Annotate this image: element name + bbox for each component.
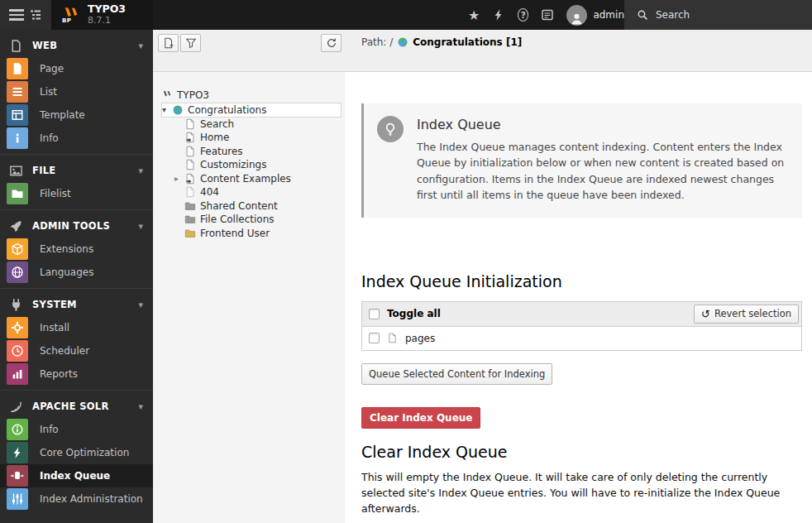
section-header-web[interactable]: WEB — [0, 34, 153, 57]
sidebar-item-label: Extensions — [40, 243, 93, 255]
topbar-search[interactable]: Search — [624, 0, 812, 30]
collapse-caret-icon[interactable] — [162, 105, 172, 114]
sidebar-item-install[interactable]: Install — [0, 316, 153, 339]
clear-cache-icon[interactable] — [492, 7, 505, 22]
sidebar-item-label: List — [40, 86, 57, 98]
tree-item-congratulations[interactable]: Congratulations — [161, 103, 342, 118]
avatar — [566, 5, 587, 26]
search-placeholder: Search — [656, 9, 690, 21]
web-section-icon — [9, 39, 23, 53]
navigation-toggle-icon[interactable] — [28, 7, 43, 22]
sidebar-item-label: Info — [40, 132, 59, 144]
filter-button[interactable] — [180, 34, 201, 52]
tree-item-shared-content[interactable]: Shared Content — [161, 199, 343, 214]
sidebar-item-label: Index Queue — [40, 470, 110, 482]
user-menu[interactable]: admin — [566, 5, 624, 26]
sidebar-item-label: Install — [40, 322, 69, 333]
bookmarks-icon[interactable] — [468, 7, 480, 22]
tree-item-label: Features — [200, 146, 243, 157]
section-header-admin-tools[interactable]: ADMIN TOOLS — [0, 214, 153, 238]
menu-toggle-icon[interactable] — [9, 9, 24, 21]
tree-item-customizings[interactable]: Customizings — [161, 158, 343, 172]
tree-item-home[interactable]: Home — [161, 131, 343, 145]
tree-item-404[interactable]: 404 — [161, 185, 343, 199]
tree-root-label: TYPO3 — [177, 89, 209, 101]
refresh-icon — [326, 37, 337, 49]
path-label: Path: / — [361, 36, 393, 48]
toggle-all-checkbox[interactable] — [369, 309, 380, 319]
tree-item-file-collections[interactable]: File Collections — [161, 213, 343, 227]
languages-module-icon — [7, 262, 28, 283]
new-page-button[interactable] — [158, 34, 179, 52]
queue-selected-content-button[interactable]: Queue Selected Content for Indexing — [361, 363, 552, 385]
sidebar-item-label: Page — [40, 63, 64, 74]
install-module-icon — [7, 317, 28, 338]
sidebar-item-label: Filelist — [40, 188, 71, 199]
tree-item-label: Home — [200, 132, 229, 143]
sidebar-item-label: Info — [40, 424, 59, 435]
chevron-down-icon — [138, 401, 143, 412]
clear-index-queue-button[interactable]: Clear Index Queue — [361, 407, 480, 429]
init-table: Toggle all Revert selection pages — [361, 301, 802, 351]
tree-item-frontend-user[interactable]: Frontend User — [161, 227, 343, 241]
tree-item-search[interactable]: Search — [161, 118, 343, 132]
index-queue-module-icon — [7, 465, 28, 487]
tree-item-label: Frontend User — [200, 228, 270, 239]
sidebar-item-scheduler[interactable]: Scheduler — [0, 339, 153, 362]
section-label: WEB — [32, 40, 138, 51]
topbar-tools: admin — [461, 0, 624, 30]
sidebar-item-info[interactable]: Info — [0, 127, 153, 150]
sidebar-item-page[interactable]: Page — [0, 57, 153, 80]
sidebar-item-languages[interactable]: Languages — [0, 261, 153, 284]
shortcut-page-icon — [184, 173, 196, 185]
record-page-icon — [387, 332, 398, 344]
revert-selection-button[interactable]: Revert selection — [694, 305, 799, 324]
folder-icon — [184, 200, 196, 212]
sidebar-item-index-queue[interactable]: Index Queue — [0, 464, 153, 487]
filter-icon — [185, 37, 197, 49]
sidebar-item-label: Scheduler — [40, 345, 89, 357]
tree-root[interactable]: TYPO3 — [161, 89, 343, 103]
tree-item-label: Shared Content — [200, 200, 278, 212]
sidebar-item-filelist[interactable]: Filelist — [0, 182, 153, 205]
tree-item-content-examples[interactable]: Content Examples — [161, 172, 343, 186]
sidebar-item-label: Languages — [40, 266, 93, 278]
breadcrumb-page-title[interactable]: Congratulations [1] — [413, 36, 522, 48]
product-name: TYPO3 — [88, 3, 126, 15]
sidebar-item-index-administration[interactable]: Index Administration — [0, 487, 153, 511]
revert-icon — [701, 308, 710, 320]
sidebar-item-core-optimization[interactable]: Core Optimization — [0, 441, 153, 464]
globe-page-icon — [172, 104, 184, 116]
typo3-root-icon — [161, 89, 173, 101]
clear-heading: Clear Index Queue — [361, 443, 802, 461]
tree-item-features[interactable]: Features — [161, 145, 343, 159]
sidebar-item-label: Core Optimization — [40, 447, 129, 458]
section-label: FILE — [32, 165, 138, 176]
refresh-tree-button[interactable] — [321, 34, 342, 52]
section-header-apache-solr[interactable]: APACHE SOLR — [0, 395, 153, 418]
sidebar-item-reports[interactable]: Reports — [0, 362, 153, 386]
module-menu: WEB Page List Template Info FILE Filelis… — [0, 30, 153, 523]
pages-checkbox[interactable] — [369, 333, 380, 343]
extensions-module-icon — [7, 238, 28, 260]
expand-caret-icon[interactable] — [174, 174, 184, 183]
solr-feather-icon — [9, 400, 23, 414]
sidebar-item-solr-info[interactable]: Info — [0, 418, 153, 441]
sidebar-item-template[interactable]: Template — [0, 103, 153, 127]
page-module-icon — [7, 58, 28, 79]
chevron-down-icon — [138, 165, 143, 176]
section-admin-tools: ADMIN TOOLS Extensions Languages — [0, 209, 153, 288]
sidebar-item-extensions[interactable]: Extensions — [0, 238, 153, 261]
tree-item-label: Congratulations — [188, 104, 266, 116]
page-icon — [184, 146, 196, 157]
init-table-row-pages: pages — [362, 327, 801, 350]
section-header-file[interactable]: FILE — [0, 159, 153, 182]
opendocs-icon[interactable] — [541, 7, 554, 22]
sidebar-item-list[interactable]: List — [0, 80, 153, 103]
hidden-page-icon — [184, 186, 196, 198]
sidebar-item-label: Reports — [40, 368, 78, 380]
row-label: pages — [405, 333, 435, 344]
topbar-logo[interactable]: BP TYPO3 8.7.1 — [51, 0, 153, 30]
help-icon[interactable] — [518, 8, 528, 22]
section-header-system[interactable]: SYSTEM — [0, 293, 153, 316]
